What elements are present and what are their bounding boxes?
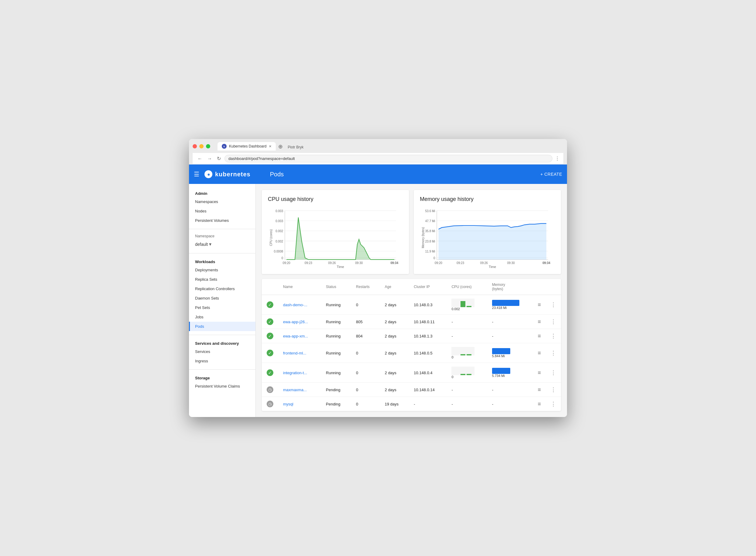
create-button[interactable]: + CREATE (540, 172, 562, 177)
sidebar-item-nodes[interactable]: Nodes (189, 206, 255, 216)
svg-text:09:34: 09:34 (542, 261, 550, 265)
sidebar-item-replication-controllers[interactable]: Replication Controllers (189, 284, 255, 293)
more-actions-icon[interactable]: ⋮ (551, 333, 556, 339)
table-row: ✓ewa-app-j26...Running8052 days10.148.0.… (262, 315, 561, 329)
svg-text:⎈: ⎈ (208, 172, 210, 177)
cluster-ip-cell: 10.148.1.3 (409, 329, 446, 343)
sidebar-item-persistent-volumes[interactable]: Persistent Volumes (189, 216, 255, 225)
svg-text:53.6 Mi: 53.6 Mi (425, 209, 435, 213)
actions-cell: ⋮ (546, 295, 561, 315)
col-status-header (262, 279, 278, 295)
pod-name-link[interactable]: dash-demo-... (283, 303, 307, 307)
more-actions-icon[interactable]: ⋮ (551, 350, 556, 356)
svg-text:0.002: 0.002 (276, 240, 283, 243)
svg-text:11.9 Mi: 11.9 Mi (425, 250, 435, 253)
actions-cell: ⋮ (546, 329, 561, 343)
pod-name-link[interactable]: maxmaxma... (283, 388, 307, 392)
main-content: Admin Namespaces Nodes Persistent Volume… (189, 184, 567, 417)
sidebar-item-pods[interactable]: Pods (189, 322, 255, 331)
svg-text:09:26: 09:26 (328, 261, 336, 265)
namespace-selector[interactable]: default ▾ (189, 239, 255, 249)
namespace-value: default (195, 242, 208, 247)
cpu-bar-wrapper (452, 367, 474, 375)
cpu-value: 0 (452, 355, 482, 359)
forward-button[interactable]: → (206, 155, 213, 162)
minimize-dot[interactable] (199, 144, 204, 148)
svg-text:Memory (bytes): Memory (bytes) (421, 227, 425, 248)
sidebar-item-persistent-volume-claims[interactable]: Persistent Volume Claims (189, 381, 255, 391)
age-cell: 2 days (380, 383, 409, 397)
pods-table: Name Status Restarts Age Cluster IP CPU … (262, 279, 561, 411)
more-actions-icon[interactable]: ⋮ (551, 302, 556, 308)
sidebar-item-daemon-sets[interactable]: Daemon Sets (189, 293, 255, 303)
sidebar-item-services[interactable]: Services (189, 347, 255, 356)
restarts-cell: 0 (351, 397, 380, 411)
actions-cell: ⋮ (546, 343, 561, 363)
sidebar: Admin Namespaces Nodes Persistent Volume… (189, 184, 256, 417)
more-actions-icon[interactable]: ⋮ (551, 370, 556, 376)
sidebar-item-deployments[interactable]: Deployments (189, 265, 255, 275)
cluster-ip-cell: 10.148.0.3 (409, 295, 446, 315)
actions-cell: ⋮ (546, 363, 561, 383)
maximize-dot[interactable] (206, 144, 210, 148)
table-row: ✓integration-t...Running02 days10.148.0.… (262, 363, 561, 383)
col-cpu-header: CPU (cores) (446, 279, 487, 295)
cpu-chart-card: CPU usage history (262, 190, 409, 274)
cpu-chart-container: 0.003 0.003 0.002 0.002 0.0008 0 CPU (co… (268, 207, 403, 268)
address-input[interactable] (224, 155, 552, 162)
svg-text:0: 0 (434, 256, 435, 260)
pod-name-cell: frontend-ml... (278, 343, 321, 363)
reload-button[interactable]: ↻ (216, 155, 222, 162)
status-icon-cell: ✓ (262, 329, 278, 343)
more-actions-icon[interactable]: ⋮ (551, 387, 556, 393)
pod-name-link[interactable]: ewa-app-j26... (283, 320, 308, 324)
pod-name-cell: mysql (278, 397, 321, 411)
sidebar-item-ingress[interactable]: Ingress (189, 356, 255, 366)
sidebar-item-jobs[interactable]: Jobs (189, 312, 255, 322)
sidebar-divider-3 (189, 335, 255, 335)
more-actions-icon[interactable]: ⋮ (551, 401, 556, 407)
sidebar-item-pet-sets[interactable]: Pet Sets (189, 303, 255, 312)
memory-cell: - (487, 329, 533, 343)
col-memory-header: Memory (bytes) (487, 279, 533, 295)
close-dot[interactable] (193, 144, 197, 148)
browser-menu-button[interactable]: ⋮ (555, 156, 560, 162)
logs-icon[interactable]: ≡ (538, 350, 541, 356)
logs-icon[interactable]: ≡ (538, 387, 541, 393)
svg-marker-39 (438, 223, 546, 259)
col-actions-header (546, 279, 561, 295)
hamburger-menu[interactable]: ☰ (194, 171, 199, 178)
table-row: ◷mysqlPending019 days---≡⋮ (262, 397, 561, 411)
cluster-ip-cell: 10.148.0.14 (409, 383, 446, 397)
logs-cell: ≡ (533, 329, 546, 343)
logs-icon[interactable]: ≡ (538, 333, 541, 339)
tab-close-button[interactable]: ✕ (269, 144, 272, 148)
cpu-cell: 0.002 (446, 295, 487, 315)
address-bar: ← → ↻ ⋮ (193, 153, 563, 165)
col-name-header: Name (278, 279, 321, 295)
pod-name-link[interactable]: frontend-ml... (283, 351, 307, 355)
sidebar-divider-4 (189, 369, 255, 370)
sidebar-item-replica-sets[interactable]: Replica Sets (189, 275, 255, 284)
back-button[interactable]: ← (196, 155, 204, 162)
pod-name-cell: maxmaxma... (278, 383, 321, 397)
kubernetes-logo-icon: ⎈ (204, 170, 213, 178)
pod-name-link[interactable]: integration-t... (283, 371, 307, 375)
pod-name-link[interactable]: mysql (283, 402, 293, 406)
app-container: ☰ ⎈ kubernetes Pods + CREATE Admin Names… (189, 165, 567, 417)
pod-name-cell: integration-t... (278, 363, 321, 383)
cluster-ip-cell: 10.148.0.4 (409, 363, 446, 383)
sidebar-item-namespaces[interactable]: Namespaces (189, 197, 255, 206)
logs-icon[interactable]: ≡ (538, 401, 541, 407)
logs-icon[interactable]: ≡ (538, 319, 541, 325)
logs-icon[interactable]: ≡ (538, 302, 541, 308)
age-cell: 2 days (380, 329, 409, 343)
pod-name-link[interactable]: ewa-app-xm... (283, 334, 308, 338)
active-tab[interactable]: k Kubernetes Dashboard ✕ (218, 142, 276, 150)
cpu-cell: 0 (446, 343, 487, 363)
logs-icon[interactable]: ≡ (538, 370, 541, 376)
status-text-cell: Running (321, 343, 351, 363)
new-tab-button[interactable]: ⊕ (276, 143, 285, 150)
more-actions-icon[interactable]: ⋮ (551, 319, 556, 325)
cpu-bar2 (467, 374, 471, 375)
